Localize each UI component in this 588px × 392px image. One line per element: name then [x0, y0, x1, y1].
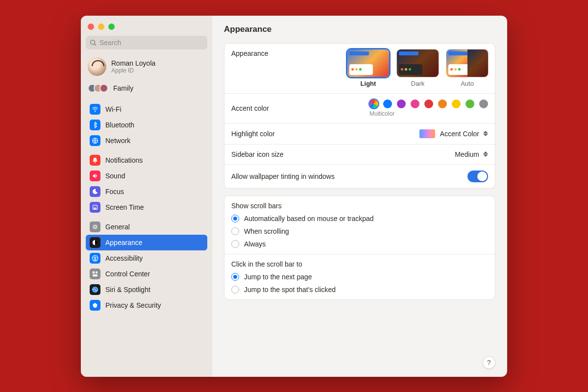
- focus-icon: [90, 186, 100, 197]
- sidebar-item-siri[interactable]: Siri & Spotlight: [86, 282, 207, 297]
- sound-icon: [90, 171, 100, 181]
- screentime-icon: [90, 202, 100, 213]
- accessibility-icon: [90, 253, 100, 264]
- apple-id-row[interactable]: Roman Loyola Apple ID: [86, 56, 207, 81]
- svg-rect-10: [93, 271, 95, 273]
- search-icon: [90, 39, 97, 46]
- highlight-select[interactable]: Accent Color: [419, 129, 488, 138]
- siri-icon: [90, 284, 100, 295]
- zoom-icon[interactable]: [108, 24, 115, 30]
- help-button[interactable]: ?: [483, 356, 495, 369]
- page-title: Appearance: [224, 24, 495, 34]
- sidebar-item-general[interactable]: General: [86, 219, 207, 235]
- radio-icon: [231, 273, 239, 281]
- appearance-option-auto[interactable]: Auto: [446, 49, 488, 87]
- appearance-icon: [90, 237, 100, 248]
- search-input[interactable]: Search: [86, 36, 207, 49]
- notifications-icon: [90, 155, 100, 166]
- sidebar-item-label: General: [105, 223, 130, 231]
- sidebar-item-sound[interactable]: Sound: [86, 168, 207, 184]
- search-placeholder: Search: [99, 39, 121, 47]
- accent-red[interactable]: [424, 99, 433, 108]
- click-title: Click in the scroll bar to: [231, 260, 488, 268]
- profile-sub: Apple ID: [111, 67, 155, 74]
- general-icon: [90, 221, 100, 232]
- highlight-preview-icon: [419, 129, 435, 138]
- family-label: Family: [113, 84, 133, 92]
- family-row[interactable]: Family: [86, 81, 207, 99]
- radio-icon: [231, 240, 239, 248]
- sidebar-item-focus[interactable]: Focus: [86, 184, 207, 199]
- sidebar-item-privacy[interactable]: Privacy & Security: [86, 297, 207, 313]
- highlight-label: Highlight color: [231, 130, 275, 138]
- network-icon: [90, 135, 100, 146]
- radio-icon: [231, 227, 239, 235]
- close-icon[interactable]: [88, 24, 94, 30]
- sidebar-item-controlcenter[interactable]: Control Center: [86, 266, 207, 282]
- scroll-option[interactable]: Automatically based on mouse or trackpad: [231, 215, 488, 222]
- accent-yellow[interactable]: [452, 99, 461, 108]
- scrollbar-panel: Show scroll bars Automatically based on …: [224, 196, 495, 300]
- appearance-option-dark[interactable]: Dark: [397, 49, 439, 87]
- accent-green[interactable]: [466, 99, 474, 108]
- accent-purple[interactable]: [397, 99, 406, 108]
- updown-icon: [483, 131, 488, 136]
- sidebar-item-screentime[interactable]: Screen Time: [86, 199, 207, 215]
- updown-icon: [483, 151, 488, 157]
- accent-label: Accent color: [231, 104, 269, 112]
- family-icon: [88, 84, 108, 93]
- appearance-label: Appearance: [231, 49, 269, 57]
- accent-gray[interactable]: [479, 99, 488, 108]
- window-controls: [86, 22, 207, 36]
- appearance-option-light[interactable]: Light: [347, 49, 389, 87]
- sidebar-item-label: Siri & Spotlight: [105, 286, 150, 294]
- sidebar-item-label: Control Center: [105, 270, 150, 278]
- sidebar-item-bluetooth[interactable]: Bluetooth: [86, 117, 207, 133]
- sidebar-item-appearance[interactable]: Appearance: [86, 235, 207, 250]
- radio-label: When scrolling: [244, 227, 289, 235]
- sidebar: Search Roman Loyola Apple ID Family Wi-F…: [81, 16, 212, 377]
- radio-label: Automatically based on mouse or trackpad: [244, 215, 374, 222]
- accent-color-picker: [369, 99, 488, 108]
- accent-pink[interactable]: [411, 99, 419, 108]
- scroll-option[interactable]: When scrolling: [231, 227, 488, 235]
- sidebar-item-label: Privacy & Security: [105, 301, 161, 309]
- radio-icon: [231, 286, 239, 294]
- svg-point-2: [95, 111, 96, 112]
- sidebar-item-label: Screen Time: [105, 203, 144, 211]
- appearance-panel: Appearance Light Dark: [224, 43, 495, 189]
- sidebar-item-label: Focus: [105, 188, 124, 196]
- radio-label: Jump to the spot that's clicked: [244, 286, 336, 294]
- svg-rect-11: [96, 271, 98, 273]
- minimize-icon[interactable]: [98, 24, 104, 30]
- sidebar-item-wifi[interactable]: Wi-Fi: [86, 101, 207, 117]
- scroll-bars-title: Show scroll bars: [231, 202, 488, 210]
- svg-line-1: [95, 44, 97, 46]
- accent-caption: Multicolor: [369, 110, 394, 117]
- sidebar-item-notifications[interactable]: Notifications: [86, 152, 207, 168]
- appearance-options: Light Dark Auto: [347, 49, 488, 87]
- sidebar-item-label: Accessibility: [105, 254, 143, 262]
- sidebar-item-label: Bluetooth: [105, 121, 134, 129]
- accent-blue[interactable]: [383, 99, 392, 108]
- sidebar-size-select[interactable]: Medium: [455, 150, 488, 158]
- system-settings-window: Search Roman Loyola Apple ID Family Wi-F…: [81, 16, 507, 377]
- bluetooth-icon: [90, 120, 100, 130]
- svg-point-9: [95, 256, 96, 257]
- accent-orange[interactable]: [438, 99, 447, 108]
- sidebar-item-accessibility[interactable]: Accessibility: [86, 250, 207, 266]
- sidebar-item-label: Wi-Fi: [105, 105, 122, 113]
- svg-point-4: [95, 162, 96, 163]
- profile-name: Roman Loyola: [111, 59, 155, 67]
- scroll-option[interactable]: Always: [231, 240, 488, 248]
- radio-label: Jump to the next page: [244, 273, 312, 281]
- controlcenter-icon: [90, 269, 100, 279]
- accent-multi[interactable]: [369, 99, 378, 108]
- tinting-toggle[interactable]: [467, 171, 488, 182]
- click-option[interactable]: Jump to the next page: [231, 273, 488, 281]
- click-option[interactable]: Jump to the spot that's clicked: [231, 286, 488, 294]
- content-pane: Appearance Appearance Light Dark: [212, 16, 507, 377]
- sidebar-item-label: Network: [105, 137, 130, 145]
- svg-rect-12: [93, 274, 98, 276]
- sidebar-item-network[interactable]: Network: [86, 133, 207, 148]
